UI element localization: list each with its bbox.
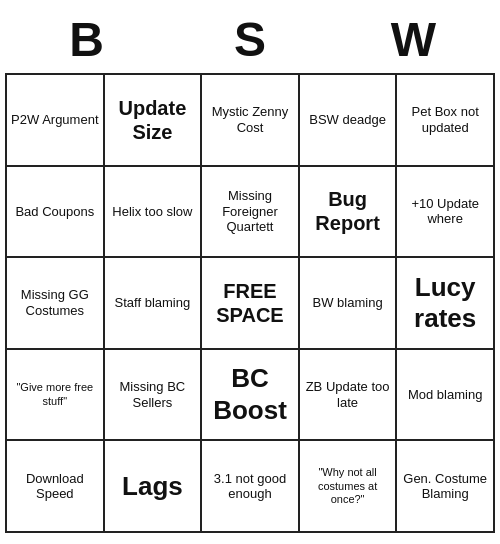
header-letter-w: W xyxy=(368,12,458,67)
bingo-cell[interactable]: Mystic Zenny Cost xyxy=(202,75,300,167)
bingo-cell[interactable]: +10 Update where xyxy=(397,167,495,259)
bingo-cell[interactable]: "Why not all costumes at once?" xyxy=(300,441,398,533)
header-letter-b: B xyxy=(42,12,132,67)
bingo-cell[interactable]: Update Size xyxy=(105,75,203,167)
bingo-cell[interactable]: Lags xyxy=(105,441,203,533)
bingo-container: B S W P2W ArgumentUpdate SizeMystic Zenn… xyxy=(5,8,495,533)
bingo-cell[interactable]: Bad Coupons xyxy=(7,167,105,259)
bingo-cell[interactable]: Pet Box not updated xyxy=(397,75,495,167)
bingo-cell[interactable]: Missing BC Sellers xyxy=(105,350,203,442)
bingo-cell[interactable]: Mod blaming xyxy=(397,350,495,442)
bingo-cell[interactable]: Gen. Costume Blaming xyxy=(397,441,495,533)
bingo-cell[interactable]: BSW deadge xyxy=(300,75,398,167)
bingo-cell[interactable]: 3.1 not good enough xyxy=(202,441,300,533)
bingo-cell[interactable]: ZB Update too late xyxy=(300,350,398,442)
bingo-grid: P2W ArgumentUpdate SizeMystic Zenny Cost… xyxy=(5,73,495,533)
bingo-header: B S W xyxy=(5,8,495,73)
bingo-cell[interactable]: Staff blaming xyxy=(105,258,203,350)
bingo-cell[interactable]: Lucy rates xyxy=(397,258,495,350)
bingo-cell[interactable]: Bug Report xyxy=(300,167,398,259)
bingo-cell[interactable]: "Give more free stuff" xyxy=(7,350,105,442)
bingo-cell[interactable]: Missing GG Costumes xyxy=(7,258,105,350)
bingo-cell[interactable]: FREE SPACE xyxy=(202,258,300,350)
bingo-cell[interactable]: Missing Foreigner Quartett xyxy=(202,167,300,259)
bingo-cell[interactable]: BW blaming xyxy=(300,258,398,350)
bingo-cell[interactable]: BC Boost xyxy=(202,350,300,442)
bingo-cell[interactable]: Download Speed xyxy=(7,441,105,533)
bingo-cell[interactable]: P2W Argument xyxy=(7,75,105,167)
header-letter-s: S xyxy=(205,12,295,67)
bingo-cell[interactable]: Helix too slow xyxy=(105,167,203,259)
